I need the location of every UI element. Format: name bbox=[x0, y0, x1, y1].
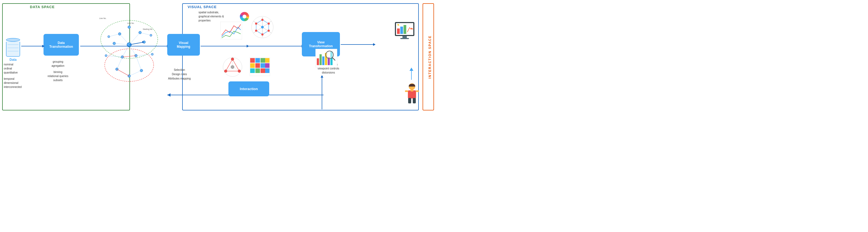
radial-chart-thumbnail bbox=[250, 15, 275, 39]
data-type-quantitative: quantitative bbox=[4, 71, 22, 75]
zoom-chart-thumbnail bbox=[315, 49, 337, 67]
svg-rect-77 bbox=[255, 68, 260, 73]
svg-line-34 bbox=[129, 42, 144, 45]
svg-rect-102 bbox=[405, 90, 408, 92]
arrow-visual-to-charts bbox=[201, 46, 247, 46]
label-design-rules: Design rules bbox=[168, 72, 191, 77]
label-agregation: agregation bbox=[48, 64, 68, 68]
label-relational: relational queries bbox=[48, 74, 68, 78]
spatial-substrate-labels: spatial substrate, graphical elements & … bbox=[198, 10, 224, 23]
person-icon bbox=[404, 83, 420, 105]
svg-rect-95 bbox=[402, 36, 407, 38]
visual-mapping-labels: Selection Design rules Attributes mappin… bbox=[168, 68, 191, 81]
arrow-person-to-interaction bbox=[407, 68, 415, 81]
label-grouping: grouping bbox=[48, 60, 68, 64]
svg-rect-93 bbox=[404, 25, 406, 34]
monitor-icon bbox=[394, 22, 415, 42]
svg-point-66 bbox=[231, 65, 234, 69]
svg-rect-79 bbox=[265, 68, 270, 73]
label-distorsions: distorsions bbox=[318, 71, 339, 75]
svg-text:Line No.: Line No. bbox=[99, 17, 106, 19]
svg-point-49 bbox=[268, 23, 270, 25]
label-graphical-elements: graphical elements & bbox=[198, 14, 224, 18]
svg-point-51 bbox=[261, 33, 264, 36]
svg-rect-78 bbox=[260, 68, 265, 73]
diagram-container: DATA SPACE VISUAL SPACE INTERACTION SPAC… bbox=[0, 0, 434, 116]
svg-line-26 bbox=[117, 57, 122, 69]
label-selection: Selection bbox=[168, 68, 191, 72]
svg-marker-98 bbox=[167, 93, 170, 96]
cylinder-top bbox=[6, 38, 20, 42]
cylinder-label: Data bbox=[9, 58, 17, 62]
svg-rect-83 bbox=[322, 56, 324, 65]
mosaic-chart-thumbnail bbox=[250, 57, 270, 76]
data-type-ordinal: ordinal bbox=[4, 67, 22, 71]
svg-line-29 bbox=[129, 71, 142, 76]
svg-line-23 bbox=[109, 34, 120, 37]
label-binning: binning bbox=[48, 70, 68, 74]
interaction-box: Interaction bbox=[228, 81, 269, 96]
svg-rect-104 bbox=[408, 98, 411, 103]
label-subsets: subsets bbox=[48, 78, 68, 82]
svg-line-25 bbox=[129, 45, 136, 55]
svg-line-22 bbox=[140, 33, 151, 35]
svg-rect-81 bbox=[317, 59, 319, 65]
svg-rect-101 bbox=[411, 89, 413, 91]
svg-line-30 bbox=[136, 54, 152, 55]
arrow-transform-to-visual bbox=[80, 46, 167, 46]
data-types-label: nominal ordinal quantitative temporal di… bbox=[4, 63, 22, 89]
visual-space-label: VISUAL SPACE bbox=[188, 5, 217, 9]
data-space-label: DATA SPACE bbox=[30, 5, 55, 9]
svg-rect-70 bbox=[260, 58, 265, 63]
line-chart-thumbnail bbox=[220, 22, 242, 39]
label-spatial-substrate: spatial substrate, bbox=[198, 10, 224, 14]
spider-chart-thumbnail bbox=[222, 57, 243, 77]
svg-marker-107 bbox=[409, 68, 413, 71]
svg-point-52 bbox=[255, 30, 257, 32]
svg-rect-73 bbox=[255, 63, 260, 68]
arrow-view-transform-to-monitor bbox=[341, 44, 373, 45]
graph-visualization: Line No. Starting No. Line No. bbox=[98, 12, 160, 88]
svg-rect-69 bbox=[255, 58, 260, 63]
svg-point-55 bbox=[243, 15, 246, 18]
data-type-temporal: temporal bbox=[4, 77, 22, 81]
svg-text:Starting No.: Starting No. bbox=[143, 28, 153, 30]
svg-line-33 bbox=[117, 69, 129, 76]
svg-rect-92 bbox=[400, 27, 403, 34]
svg-rect-76 bbox=[250, 68, 255, 73]
svg-rect-105 bbox=[413, 98, 416, 103]
svg-rect-75 bbox=[265, 63, 270, 68]
interaction-space-label: INTERACTION SPACE bbox=[428, 16, 432, 98]
data-type-interconnected: interconnected bbox=[4, 85, 22, 89]
svg-rect-74 bbox=[260, 63, 265, 68]
data-type-dimensional: dimensional bbox=[4, 81, 22, 85]
arrow-charts-to-view-transform bbox=[247, 46, 302, 46]
svg-rect-96 bbox=[400, 38, 409, 39]
svg-point-53 bbox=[255, 23, 257, 25]
svg-line-27 bbox=[136, 55, 142, 71]
svg-rect-68 bbox=[250, 58, 255, 63]
svg-rect-82 bbox=[319, 54, 322, 65]
svg-line-24 bbox=[122, 45, 129, 57]
data-type-nominal: nominal bbox=[4, 63, 22, 67]
svg-point-48 bbox=[261, 19, 264, 21]
arrow-data-to-transform bbox=[21, 46, 42, 46]
label-attributes: Attributes mapping bbox=[168, 77, 191, 81]
data-transformation-box: Data Transformation bbox=[43, 34, 79, 55]
svg-rect-100 bbox=[408, 90, 416, 99]
svg-rect-103 bbox=[416, 90, 419, 92]
svg-rect-91 bbox=[397, 29, 400, 34]
svg-point-50 bbox=[268, 30, 270, 32]
svg-line-18 bbox=[120, 34, 129, 45]
visual-mapping-box: Visual Mapping bbox=[167, 34, 200, 55]
svg-point-54 bbox=[261, 26, 264, 29]
svg-rect-72 bbox=[250, 63, 255, 68]
transform-labels: grouping agregation binning relational q… bbox=[48, 60, 68, 82]
data-cylinder: Data bbox=[6, 38, 20, 62]
svg-text:Line No.: Line No. bbox=[127, 22, 134, 24]
svg-rect-71 bbox=[265, 58, 270, 63]
cylinder-body bbox=[6, 42, 20, 57]
svg-line-32 bbox=[122, 55, 136, 57]
color-wheel bbox=[239, 11, 250, 22]
